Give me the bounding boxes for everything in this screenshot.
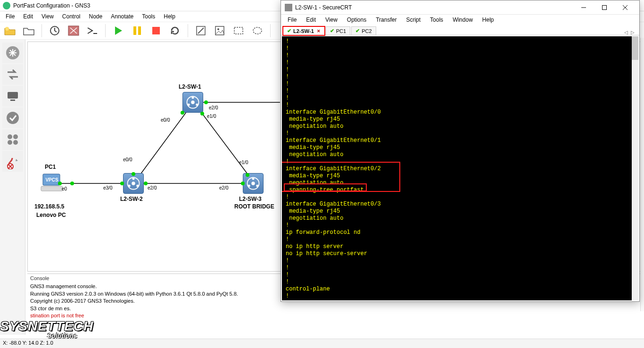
svg-point-40 bbox=[251, 182, 255, 185]
terminal-area[interactable]: ! ! ! ! ! ! ! ! ! ! interface GigabitEth… bbox=[282, 36, 638, 300]
tab-label-1: PC1 bbox=[336, 28, 346, 34]
node-sw3-label: L2-SW-3 bbox=[239, 196, 262, 202]
svg-point-17 bbox=[8, 140, 12, 145]
crt-menu-file[interactable]: File bbox=[283, 15, 301, 25]
svg-point-8 bbox=[217, 28, 219, 30]
check-icon: ✔ bbox=[287, 28, 291, 34]
port-sw3-e10: e1/0 bbox=[239, 160, 248, 165]
menu-file[interactable]: File bbox=[2, 12, 18, 21]
svg-rect-4 bbox=[138, 26, 141, 35]
svg-point-10 bbox=[253, 27, 262, 34]
crt-menu-view[interactable]: View bbox=[321, 15, 342, 25]
close-button[interactable] bbox=[615, 1, 636, 14]
right-panel-fragment bbox=[640, 38, 644, 311]
check-icon: ✔ bbox=[330, 28, 334, 34]
crt-menu-options[interactable]: Options bbox=[342, 15, 371, 25]
show-interface-button[interactable] bbox=[66, 23, 82, 39]
node-pc1-label: PC1 bbox=[45, 164, 56, 170]
menu-control[interactable]: Control bbox=[58, 12, 84, 21]
switches-category-button[interactable] bbox=[2, 64, 23, 85]
tab-close-icon[interactable]: ✕ bbox=[317, 29, 321, 33]
svg-point-31 bbox=[192, 97, 194, 99]
node-sw1[interactable] bbox=[182, 92, 203, 113]
security-devices-category-button[interactable] bbox=[2, 108, 23, 128]
node-sw1-label: L2-SW-1 bbox=[179, 83, 201, 90]
node-pc1-host: Lenovo PC bbox=[36, 212, 66, 218]
tab-pc1[interactable]: ✔ PC1 bbox=[326, 26, 350, 35]
add-link-button[interactable] bbox=[2, 151, 23, 172]
port-sw1-e20: e2/0 bbox=[209, 105, 218, 110]
terminal-output: ! ! ! ! ! ! ! ! ! ! interface GigabitEth… bbox=[286, 38, 635, 300]
console-line-4: stination port is not free bbox=[30, 312, 639, 319]
port-sw2-e20: e2/0 bbox=[148, 185, 157, 191]
crt-menubar: File Edit View Options Transfer Script T… bbox=[281, 15, 639, 25]
node-pc1-ip: 192.168.5.5 bbox=[34, 203, 64, 210]
node-sw3-sub: ROOT BRIDGE bbox=[234, 203, 274, 210]
snapshot-button[interactable] bbox=[47, 23, 63, 39]
tab-label-0: L2-SW-1 bbox=[293, 28, 314, 34]
reload-all-button[interactable] bbox=[167, 23, 183, 39]
maximize-button[interactable] bbox=[594, 1, 615, 14]
crt-menu-help[interactable]: Help bbox=[478, 15, 499, 25]
tab-pc2[interactable]: ✔ PC2 bbox=[351, 26, 376, 35]
port-sw2-e00: e0/0 bbox=[123, 157, 132, 162]
end-devices-category-button[interactable] bbox=[2, 86, 23, 107]
svg-point-35 bbox=[132, 182, 135, 185]
menu-annotate[interactable]: Annotate bbox=[107, 12, 137, 21]
securecrt-window[interactable]: L2-SW-1 - SecureCRT File Edit View Optio… bbox=[281, 0, 640, 302]
menu-tools[interactable]: Tools bbox=[138, 12, 159, 21]
svg-text:VPCS: VPCS bbox=[45, 177, 58, 182]
crt-tab-bar: ✔ L2-SW-1 ✕ ✔ PC1 ✔ PC2 ◁ ▷ bbox=[281, 25, 639, 35]
all-devices-category-button[interactable] bbox=[2, 129, 23, 150]
svg-point-41 bbox=[252, 178, 255, 180]
gns3-title: PortFast Configuration - GNS3 bbox=[13, 2, 90, 9]
svg-point-30 bbox=[191, 100, 195, 104]
stop-all-button[interactable] bbox=[148, 23, 164, 39]
svg-rect-3 bbox=[133, 26, 136, 35]
crt-menu-edit[interactable]: Edit bbox=[301, 15, 321, 25]
svg-rect-44 bbox=[603, 5, 607, 9]
menu-view[interactable]: View bbox=[38, 12, 58, 21]
gns3-device-bar bbox=[0, 40, 25, 335]
port-sw1-e10: e1/0 bbox=[207, 114, 216, 119]
menu-node[interactable]: Node bbox=[85, 12, 107, 21]
node-sw2[interactable] bbox=[123, 173, 144, 194]
annotation-note-button[interactable] bbox=[193, 23, 209, 39]
terminal-scrollbar[interactable] bbox=[632, 36, 638, 300]
svg-rect-12 bbox=[8, 92, 18, 99]
annotation-ellipse-button[interactable] bbox=[249, 23, 265, 39]
annotation-rect-button[interactable] bbox=[231, 23, 247, 39]
crt-menu-window[interactable]: Window bbox=[448, 15, 478, 25]
svg-point-36 bbox=[132, 178, 135, 180]
annotation-image-button[interactable] bbox=[212, 23, 228, 39]
tab-l2-sw-1[interactable]: ✔ L2-SW-1 ✕ bbox=[283, 26, 325, 35]
crt-menu-transfer[interactable]: Transfer bbox=[371, 15, 401, 25]
node-sw2-label: L2-SW-2 bbox=[120, 196, 143, 202]
open-project-button[interactable] bbox=[21, 23, 37, 39]
crt-menu-tools[interactable]: Tools bbox=[425, 15, 448, 25]
crt-menu-script[interactable]: Script bbox=[401, 15, 425, 25]
svg-point-0 bbox=[5, 27, 9, 31]
menu-edit[interactable]: Edit bbox=[19, 12, 37, 21]
tab-label-2: PC2 bbox=[362, 28, 372, 34]
console-all-button[interactable] bbox=[84, 23, 100, 39]
menu-help[interactable]: Help bbox=[160, 12, 179, 21]
routers-category-button[interactable] bbox=[2, 42, 23, 63]
svg-point-37 bbox=[136, 185, 139, 187]
start-all-button[interactable] bbox=[110, 23, 126, 39]
pause-all-button[interactable] bbox=[129, 23, 145, 39]
svg-rect-9 bbox=[234, 27, 243, 34]
status-coords: X: -88.0 Y: 14.0 Z: 1.0 bbox=[3, 340, 53, 346]
svg-line-23 bbox=[195, 104, 250, 178]
svg-point-14 bbox=[7, 112, 19, 124]
console-line-3: S3 ctor de mn es. bbox=[30, 305, 639, 312]
minimize-button[interactable] bbox=[573, 1, 594, 14]
gns3-app-icon bbox=[3, 2, 10, 9]
port-sw1-e00: e0/0 bbox=[161, 117, 170, 123]
crt-app-icon bbox=[285, 4, 292, 11]
tab-prev-button[interactable]: ◁ bbox=[624, 30, 628, 35]
new-project-button[interactable] bbox=[2, 23, 18, 39]
crt-titlebar[interactable]: L2-SW-1 - SecureCRT bbox=[281, 0, 639, 15]
tab-next-button[interactable]: ▷ bbox=[631, 30, 635, 35]
svg-rect-13 bbox=[10, 99, 15, 101]
